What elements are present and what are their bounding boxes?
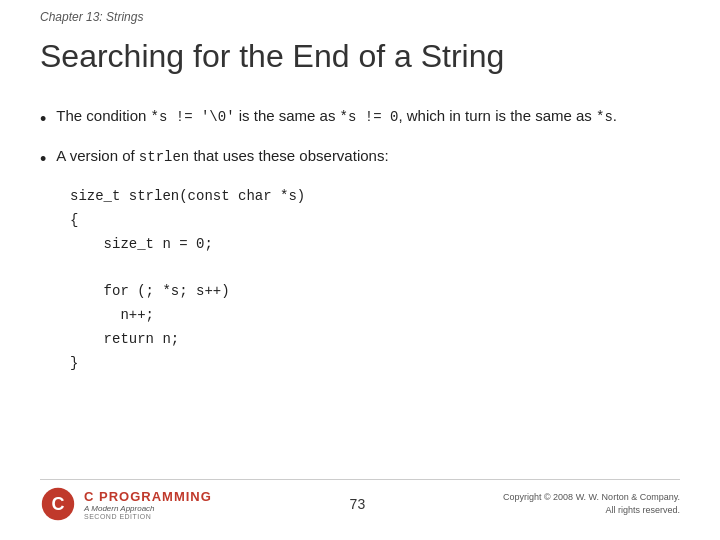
code-block: size_t strlen(const char *s) { size_t n … [70,185,680,375]
svg-text:C: C [52,494,65,514]
code-line-4 [70,256,680,280]
bullet-item-2: • A version of strlen that uses these ob… [40,145,680,173]
bullet-dot-2: • [40,146,46,173]
code-strlen-ref: strlen [139,149,189,165]
logo-icon: C [40,486,76,522]
copyright-line1: Copyright © 2008 W. W. Norton & Company. [503,492,680,502]
copyright: Copyright © 2008 W. W. Norton & Company.… [503,491,680,518]
code-line-6: n++; [70,304,680,328]
logo-edition-text: SECOND EDITION [84,513,212,520]
bullet-text-2: A version of strlen that uses these obse… [56,145,680,168]
page-number: 73 [212,496,503,512]
code-neq0: *s != 0 [340,109,399,125]
chapter-label: Chapter 13: Strings [40,10,143,24]
copyright-line2: All rights reserved. [605,505,680,515]
code-line-5: for (; *s; s++) [70,280,680,304]
bullet-dot-1: • [40,106,46,133]
code-line-2: { [70,209,680,233]
code-line-1: size_t strlen(const char *s) [70,185,680,209]
bullet-item-1: • The condition *s != '\0' is the same a… [40,105,680,133]
footer-divider [40,479,680,480]
code-line-7: return n; [70,328,680,352]
logo-main-text: C PROGRAMMING [84,489,212,504]
slide: Chapter 13: Strings Searching for the En… [0,0,720,540]
code-star-s: *s [596,109,613,125]
bullet-text-1: The condition *s != '\0' is the same as … [56,105,680,128]
content-area: • The condition *s != '\0' is the same a… [40,105,680,375]
code-line-3: size_t n = 0; [70,233,680,257]
logo-sub-text: A Modern Approach [84,504,212,513]
slide-title: Searching for the End of a String [40,38,680,75]
code-condition: *s != '\0' [151,109,235,125]
footer: C C PROGRAMMING A Modern Approach SECOND… [0,486,720,522]
code-line-8: } [70,352,680,376]
logo-area: C C PROGRAMMING A Modern Approach SECOND… [40,486,212,522]
logo-text: C PROGRAMMING A Modern Approach SECOND E… [84,489,212,520]
